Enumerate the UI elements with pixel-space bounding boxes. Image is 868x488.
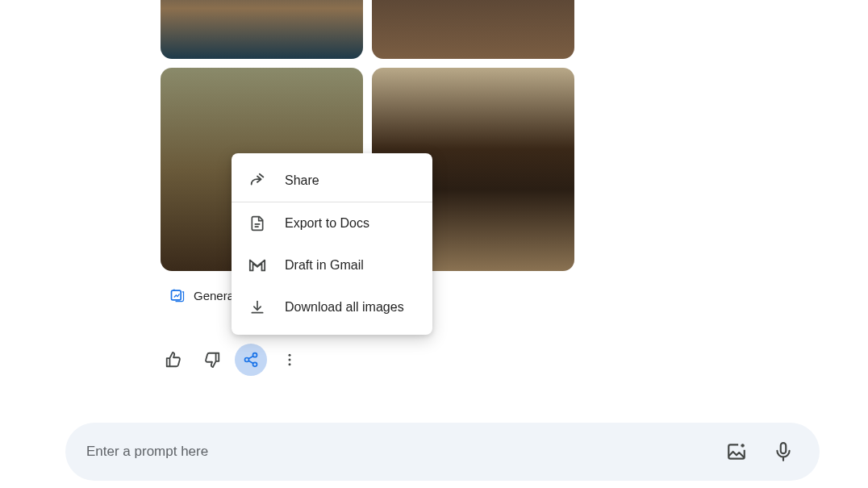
thumbs-down-icon	[203, 351, 221, 369]
menu-item-label: Draft in Gmail	[285, 258, 364, 273]
generated-image[interactable]	[161, 0, 363, 59]
response-actions	[157, 344, 306, 376]
share-icon	[243, 352, 259, 368]
microphone-button[interactable]	[768, 436, 799, 467]
svg-point-8	[289, 363, 291, 365]
thumbs-up-icon	[165, 351, 182, 369]
svg-point-2	[245, 358, 249, 362]
thumbs-down-button[interactable]	[196, 344, 228, 376]
download-icon	[248, 298, 267, 317]
export-docs-menu-item[interactable]: Export to Docs	[232, 202, 432, 244]
more-vertical-icon	[282, 352, 298, 368]
svg-point-7	[289, 359, 291, 361]
gmail-icon	[248, 256, 267, 275]
svg-rect-11	[781, 443, 787, 453]
menu-item-label: Share	[285, 173, 319, 188]
menu-item-label: Export to Docs	[285, 216, 369, 231]
svg-line-4	[248, 356, 253, 358]
add-image-icon	[726, 441, 747, 462]
svg-line-5	[248, 361, 253, 363]
share-button[interactable]	[235, 344, 267, 376]
generate-more-icon	[169, 287, 186, 303]
prompt-input[interactable]	[86, 444, 721, 460]
share-arrow-icon	[248, 171, 267, 190]
share-menu-item[interactable]: Share	[232, 160, 432, 202]
microphone-icon	[773, 441, 794, 462]
svg-point-1	[253, 353, 257, 357]
add-image-button[interactable]	[721, 436, 752, 467]
generate-more-row[interactable]: Genera	[169, 287, 234, 303]
svg-point-6	[289, 354, 291, 357]
thumbs-up-button[interactable]	[157, 344, 190, 376]
more-options-button[interactable]	[273, 344, 306, 376]
menu-item-label: Download all images	[285, 300, 404, 315]
generate-more-label: Genera	[194, 289, 234, 302]
prompt-bar	[65, 423, 820, 481]
svg-point-3	[253, 362, 257, 366]
download-all-menu-item[interactable]: Download all images	[232, 286, 432, 328]
docs-icon	[248, 214, 267, 233]
share-menu: Share Export to Docs Draft in Gmail Down…	[232, 153, 432, 335]
generated-image[interactable]	[372, 0, 574, 59]
draft-gmail-menu-item[interactable]: Draft in Gmail	[232, 244, 432, 286]
